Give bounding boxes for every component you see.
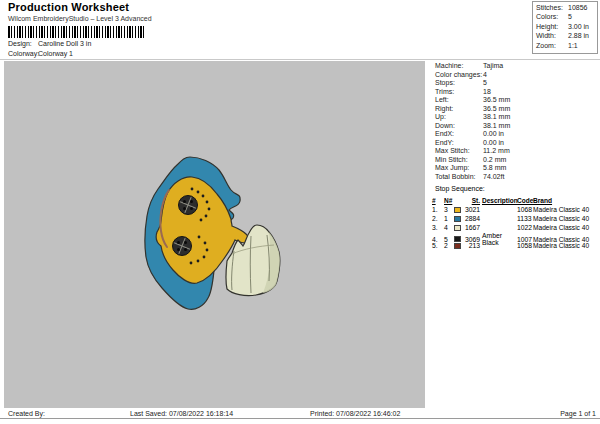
mi-value: 18 [483, 88, 491, 97]
machine-info-row: EndX:0.00 in [435, 130, 510, 139]
design-meta: Design:Caroline Doll 3 in [8, 40, 91, 47]
thread-color-swatch [454, 216, 461, 222]
summary-label: Stitches: [536, 4, 568, 13]
design-summary-box: Stitches: 10856 Colors: 5 Height: 3.00 i… [532, 1, 598, 54]
mi-value: 4 [483, 71, 487, 80]
col-needle: N# [444, 197, 454, 204]
mi-label: Max Jump: [435, 164, 483, 173]
stop-sequence-row: 4. 5 3069 Amber Black 1007 Madeira Class… [432, 232, 598, 241]
mi-label: Right: [435, 105, 483, 114]
summary-row: Stitches: 10856 [536, 4, 597, 13]
thread-color-swatch [454, 236, 461, 242]
production-worksheet-page: Production Worksheet Wilcom EmbroiderySt… [0, 0, 600, 424]
cell-brand: Madeira Classic 40 [531, 215, 598, 222]
design-preview-area [4, 61, 425, 408]
mi-value: 38.1 mm [483, 113, 510, 122]
machine-info-row: Stops:5 [435, 79, 510, 88]
footer-page-number: Page 1 of 1 [560, 410, 596, 417]
mi-value: 36.5 mm [483, 96, 510, 105]
machine-info-row: Right:36.5 mm [435, 105, 510, 114]
machine-info-row: EndY:0.00 in [435, 139, 510, 148]
stop-sequence-row: 2. 1 2884 1133 Madeira Classic 40 [432, 214, 598, 223]
mi-value: Tajima [483, 62, 503, 71]
machine-info-row: Trims:18 [435, 88, 510, 97]
summary-row: Height: 3.00 in [536, 23, 597, 32]
cell-num: 2. [432, 215, 444, 222]
summary-row: Zoom: 1:1 [536, 42, 597, 51]
mi-value: 0.2 mm [483, 156, 506, 165]
summary-value: 5 [568, 13, 572, 22]
mi-value: 38.1 mm [483, 122, 510, 131]
mi-label: EndX: [435, 130, 483, 139]
machine-info-row: Color changes:4 [435, 71, 510, 80]
stop-sequence-row: 3. 4 1667 1022 Madeira Classic 40 [432, 223, 598, 232]
mi-label: Down: [435, 122, 483, 131]
stop-sequence-section: Stop Sequence: # N# St. Description Code… [432, 185, 598, 250]
mi-label: Stops: [435, 79, 483, 88]
mi-value: 5 [483, 79, 487, 88]
summary-value: 1:1 [568, 42, 578, 51]
cell-brand: Madeira Classic 40 [531, 206, 598, 213]
mi-value: 0.00 in [483, 130, 504, 139]
machine-info-row: Min Stitch:0.2 mm [435, 156, 510, 165]
machine-info-list: Machine:Tajima Color changes:4 Stops:5 T… [435, 62, 510, 181]
mi-value: 74.02ft [483, 173, 504, 182]
cell-description: Amber Black [480, 232, 517, 246]
machine-info-row: Up:38.1 mm [435, 113, 510, 122]
mi-label: Min Stitch: [435, 156, 483, 165]
cell-needle: 2 [444, 242, 454, 249]
col-stitches: St. [465, 197, 480, 204]
cell-num: 1. [432, 206, 444, 213]
summary-label: Colors: [536, 13, 568, 22]
summary-label: Zoom: [536, 42, 568, 51]
cell-stitches: 1667 [465, 224, 480, 231]
cell-num: 5. [432, 242, 444, 249]
cell-needle: 3 [444, 206, 454, 213]
colorway-meta: Colorway:Colorway 1 [8, 50, 73, 57]
mi-value: 11.2 mm [483, 147, 510, 156]
cell-code: 1133 [517, 215, 531, 222]
summary-label: Width: [536, 32, 568, 41]
col-description: Description [480, 197, 517, 204]
machine-info-row: Left:36.5 mm [435, 96, 510, 105]
col-code: Code [517, 197, 531, 204]
machine-info-row: Max Jump:5.8 mm [435, 164, 510, 173]
mi-value: 36.5 mm [483, 105, 510, 114]
colorway-value: Colorway 1 [38, 50, 73, 57]
thread-color-swatch [454, 207, 461, 213]
summary-row: Colors: 5 [536, 13, 597, 22]
footer-divider [0, 418, 600, 419]
colorway-label: Colorway: [8, 50, 38, 57]
caroline-doll-design [125, 140, 325, 320]
cell-brand: Madeira Classic 40 [531, 242, 598, 249]
footer-last-saved: Last Saved: 07/08/2022 16:18:14 [130, 410, 233, 417]
thread-color-swatch [454, 243, 461, 249]
stop-sequence-title: Stop Sequence: [435, 185, 598, 194]
header-divider [0, 59, 600, 60]
barcode-icon [8, 26, 145, 38]
cell-needle: 4 [444, 224, 454, 231]
summary-value: 3.00 in [568, 23, 589, 32]
thread-color-swatch [454, 225, 461, 231]
cell-stitches: 3021 [465, 206, 480, 213]
cell-needle: 1 [444, 215, 454, 222]
cell-brand: Madeira Classic 40 [531, 224, 598, 231]
summary-value: 2.88 in [568, 32, 589, 41]
cell-code: 1022 [517, 224, 531, 231]
col-brand: Brand [531, 197, 598, 204]
cell-stitches: 213 [465, 242, 480, 249]
page-title: Production Worksheet [8, 1, 129, 13]
stop-sequence-row: 1. 3 3021 1068 Madeira Classic 40 [432, 205, 598, 214]
machine-info-row: Max Stitch:11.2 mm [435, 147, 510, 156]
mi-label: Up: [435, 113, 483, 122]
col-num: # [432, 197, 444, 204]
summary-value: 10856 [568, 4, 587, 13]
mi-value: 5.8 mm [483, 164, 506, 173]
cell-code: 1068 [517, 206, 531, 213]
design-value: Caroline Doll 3 in [38, 40, 91, 47]
design-label: Design: [8, 40, 38, 47]
mi-label: Total Bobbin: [435, 173, 483, 182]
mi-label: Machine: [435, 62, 483, 71]
cell-code: 1058 [517, 242, 531, 249]
machine-info-row: Machine:Tajima [435, 62, 510, 71]
